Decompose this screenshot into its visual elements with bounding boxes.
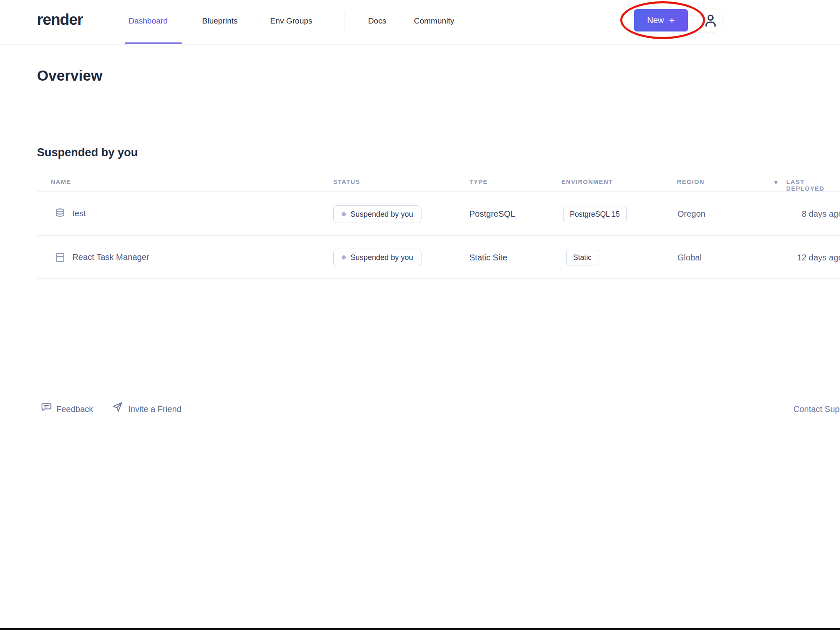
status-dot-icon: [342, 255, 346, 260]
service-region: Oregon: [677, 209, 706, 219]
environment-badge: PostgreSQL 15: [563, 207, 627, 222]
service-type: PostgreSQL: [469, 209, 515, 219]
status-badge: Suspended by you: [333, 249, 421, 266]
status-label: Suspended by you: [350, 253, 413, 262]
section-title: Suspended by you: [37, 146, 138, 159]
row-divider: [37, 235, 840, 236]
status-badge: Suspended by you: [333, 205, 421, 223]
sort-desc-icon[interactable]: ▼: [773, 179, 779, 186]
nav-divider: [345, 12, 345, 31]
status-dot-icon: [342, 212, 346, 216]
table-header-divider: [37, 191, 840, 192]
row-divider: [37, 278, 840, 279]
nav-item-blueprints[interactable]: Blueprints: [202, 16, 238, 26]
new-button[interactable]: New +: [634, 9, 688, 32]
service-name-link[interactable]: React Task Manager: [72, 252, 149, 262]
page-title: Overview: [37, 67, 103, 84]
feedback-icon[interactable]: [41, 401, 52, 412]
render-logo[interactable]: render: [37, 11, 83, 29]
top-nav-bar: render Dashboard Blueprints Env Groups D…: [0, 0, 840, 45]
user-profile-icon: [703, 13, 719, 29]
bottom-bar: [0, 628, 840, 630]
contact-support-link[interactable]: Contact Support: [793, 404, 840, 414]
feedback-link[interactable]: Feedback: [56, 404, 93, 414]
nav-item-env-groups[interactable]: Env Groups: [270, 16, 312, 26]
invite-a-friend-link[interactable]: Invite a Friend: [128, 404, 182, 414]
column-header-environment: ENVIRONMENT: [561, 178, 613, 185]
plus-icon: +: [669, 16, 675, 26]
new-button-label: New: [647, 16, 664, 25]
column-header-name: NAME: [51, 178, 71, 185]
column-header-type: TYPE: [469, 178, 487, 185]
database-icon: [54, 207, 66, 220]
render-dashboard-page: render Dashboard Blueprints Env Groups D…: [0, 0, 840, 630]
service-region: Global: [677, 253, 702, 262]
status-label: Suspended by you: [350, 210, 413, 219]
service-type: Static Site: [469, 253, 507, 262]
last-deploy-value: 12 days ago: [797, 253, 840, 262]
environment-badge: Static: [566, 250, 598, 265]
nav-item-docs[interactable]: Docs: [368, 16, 386, 26]
last-deploy-value: 8 days ago: [802, 209, 840, 219]
column-header-last-deployed[interactable]: LAST DEPLOYED: [786, 178, 840, 192]
service-name-link[interactable]: test: [72, 209, 86, 218]
column-header-status: STATUS: [333, 178, 360, 185]
column-header-region: REGION: [677, 178, 705, 185]
paper-plane-icon[interactable]: [111, 401, 123, 413]
active-tab-underline: [125, 42, 182, 44]
user-avatar[interactable]: [698, 8, 723, 33]
static-site-icon: [54, 251, 66, 264]
nav-item-dashboard[interactable]: Dashboard: [129, 16, 168, 26]
nav-item-community[interactable]: Community: [414, 16, 454, 26]
